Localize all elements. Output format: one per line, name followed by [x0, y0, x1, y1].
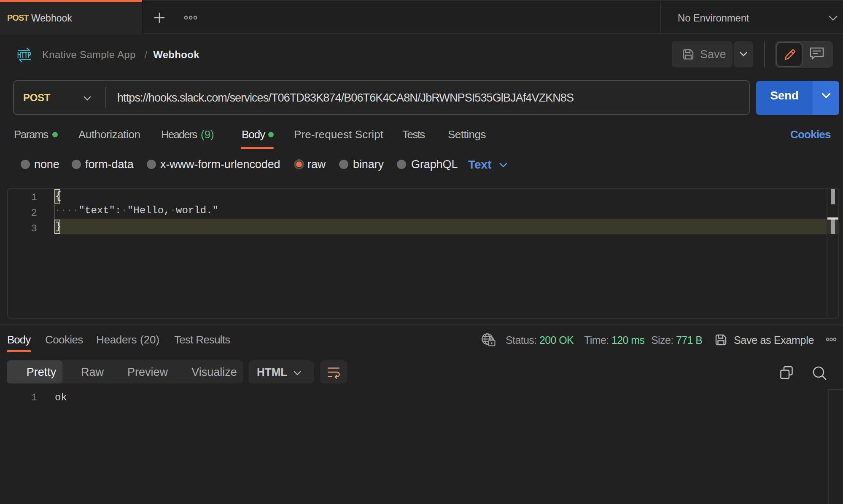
svg-text:HTTP: HTTP	[17, 50, 31, 59]
